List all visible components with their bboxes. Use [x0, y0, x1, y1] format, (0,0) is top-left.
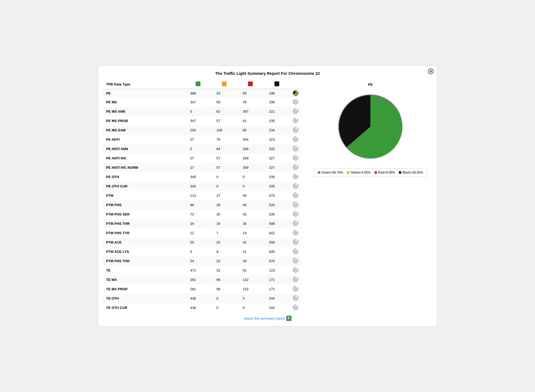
- row-yellow: 33: [211, 89, 237, 98]
- mini-pie-svg[interactable]: [293, 108, 298, 114]
- mini-pie-svg[interactable]: [293, 248, 298, 254]
- row-label: PTM ACE LYS: [103, 247, 185, 256]
- export-link[interactable]: export the summary report: [244, 316, 285, 320]
- row-red: 397: [237, 107, 263, 116]
- row-label: PE ANTI IHC NORM: [103, 163, 185, 172]
- row-label: TE: [103, 266, 185, 275]
- row-pie-icon[interactable]: [290, 144, 301, 154]
- mini-pie-svg[interactable]: [293, 192, 298, 198]
- row-red: 21: [237, 247, 263, 256]
- row-pie-icon[interactable]: [290, 163, 301, 172]
- mini-pie-svg[interactable]: [293, 117, 298, 123]
- row-pie-icon[interactable]: [290, 172, 301, 182]
- mini-pie-svg[interactable]: [293, 127, 298, 133]
- row-pie-icon[interactable]: [290, 219, 301, 228]
- row-yellow: 8: [211, 247, 237, 256]
- row-label: PTM PHS TYR: [103, 228, 185, 238]
- row-pie-icon[interactable]: [290, 228, 301, 238]
- mini-pie-svg[interactable]: [293, 174, 298, 179]
- table-row: PTM PHS862846520: [103, 200, 301, 210]
- mini-pie-svg[interactable]: [293, 220, 298, 226]
- row-yellow: 0: [211, 182, 237, 191]
- table-row: PE MS SAM25510685234: [103, 126, 301, 135]
- row-pie-icon[interactable]: [290, 303, 301, 312]
- row-green: 113: [185, 191, 211, 200]
- mini-pie-svg[interactable]: [293, 230, 298, 236]
- legend-red-dot: [374, 171, 377, 174]
- row-pie-icon[interactable]: [290, 97, 301, 107]
- row-label: PTM PHS THR: [103, 219, 185, 228]
- row-green: 27: [185, 154, 211, 163]
- mini-pie-svg[interactable]: [293, 276, 298, 282]
- row-red: 269: [237, 154, 263, 163]
- row-label: TE OTH CUR: [103, 303, 185, 312]
- mini-pie-svg[interactable]: [293, 99, 298, 105]
- legend-yellow-dot: [347, 171, 350, 174]
- row-black: 221: [264, 107, 290, 116]
- row-label: PTM ACE: [103, 238, 185, 247]
- row-yellow: 62: [211, 107, 237, 116]
- export-icon[interactable]: [286, 316, 292, 321]
- mini-pie-svg[interactable]: [293, 155, 298, 161]
- table-row: TE OTH43600244: [103, 294, 301, 303]
- row-pie-icon[interactable]: [290, 256, 301, 266]
- row-green: 0: [185, 144, 211, 154]
- row-label: TE MA PROP: [103, 284, 185, 294]
- row-pie-icon[interactable]: [290, 284, 301, 294]
- mini-pie-svg[interactable]: [293, 258, 298, 264]
- row-pie-icon[interactable]: [290, 126, 301, 135]
- row-pie-icon[interactable]: [290, 238, 301, 247]
- row-red: 0: [237, 172, 263, 182]
- mini-pie-svg[interactable]: [293, 286, 298, 292]
- row-yellow: 59: [211, 97, 237, 107]
- pie-chart: [333, 89, 408, 164]
- content-area: TPB Data Type: [103, 80, 432, 321]
- table-row: PTM ACE552542558: [103, 238, 301, 247]
- mini-pie-svg[interactable]: [293, 164, 298, 170]
- mini-pie-svg[interactable]: [293, 295, 298, 301]
- row-pie-icon[interactable]: [290, 89, 301, 98]
- row-pie-icon[interactable]: [290, 154, 301, 163]
- legend-green-dot: [318, 171, 320, 174]
- row-pie-icon[interactable]: [290, 107, 301, 116]
- row-black: 332: [264, 144, 290, 154]
- row-red: 254: [237, 135, 263, 144]
- row-pie-icon[interactable]: [290, 266, 301, 275]
- mini-pie-svg[interactable]: [293, 211, 298, 217]
- row-black: 327: [264, 163, 290, 172]
- row-pie-icon[interactable]: [290, 275, 301, 284]
- mini-pie-svg[interactable]: [293, 183, 298, 189]
- mini-pie-svg[interactable]: [293, 146, 298, 151]
- mini-pie-svg[interactable]: [293, 136, 298, 142]
- mini-pie-icon-colored[interactable]: [293, 90, 298, 96]
- row-pie-icon[interactable]: [290, 135, 301, 144]
- data-table: TPB Data Type: [103, 80, 301, 312]
- row-green: 347: [185, 97, 211, 107]
- mini-pie-svg[interactable]: [293, 267, 298, 273]
- table-row: TE OTH CUR43600244: [103, 303, 301, 312]
- table-row: TE4733252123: [103, 266, 301, 275]
- row-pie-icon[interactable]: [290, 200, 301, 210]
- close-button[interactable]: ✕: [428, 68, 434, 74]
- row-yellow: 30: [211, 210, 237, 219]
- row-pie-icon[interactable]: [290, 247, 301, 256]
- dialog-title: The Traffic Light Summary Report For Chr…: [103, 71, 432, 76]
- mini-pie-svg[interactable]: [293, 304, 298, 310]
- legend-red: Red=9.56%: [374, 171, 395, 174]
- mini-pie-svg[interactable]: [293, 202, 298, 207]
- row-green: 473: [185, 266, 211, 275]
- row-pie-icon[interactable]: [290, 294, 301, 303]
- table-row: PE ANTI ANN064284332: [103, 144, 301, 154]
- row-red: 34: [237, 256, 263, 266]
- row-pie-icon[interactable]: [290, 210, 301, 219]
- row-pie-icon[interactable]: [290, 116, 301, 126]
- row-red: 19: [237, 228, 263, 238]
- legend-green: Green=56.76%: [318, 171, 343, 174]
- row-pie-icon[interactable]: [290, 191, 301, 200]
- row-black: 475: [264, 191, 290, 200]
- row-green: 345: [185, 172, 211, 182]
- row-green: 55: [185, 238, 211, 247]
- table-row: PTM ACE LYS6821645: [103, 247, 301, 256]
- row-pie-icon[interactable]: [290, 182, 301, 191]
- mini-pie-svg[interactable]: [293, 239, 298, 245]
